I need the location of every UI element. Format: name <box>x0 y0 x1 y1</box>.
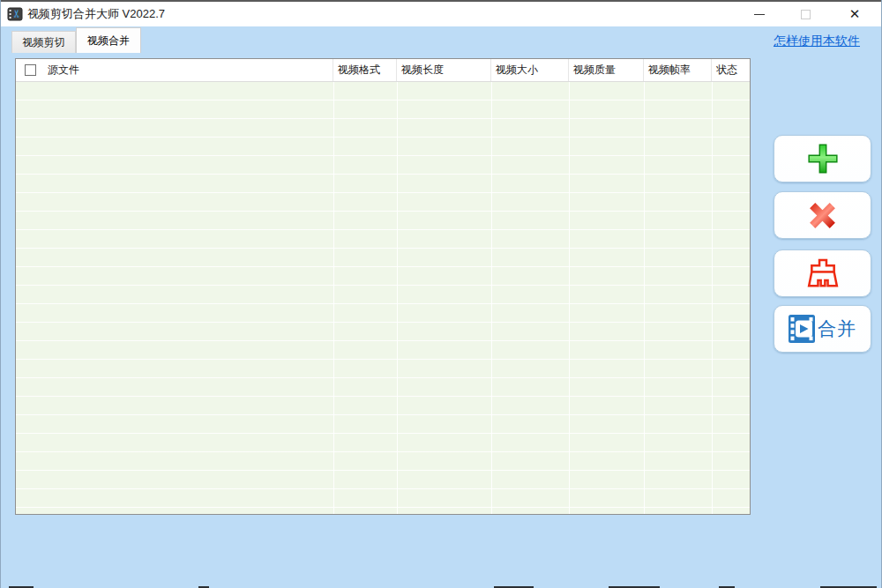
header-cell-quality[interactable]: 视频质量 <box>569 59 644 81</box>
header-cell-length[interactable]: 视频长度 <box>397 59 491 81</box>
maximize-button[interactable] <box>790 2 820 26</box>
select-all-checkbox[interactable] <box>25 64 36 76</box>
merge-button[interactable]: 合并 <box>774 305 871 353</box>
merge-button-label: 合并 <box>818 316 856 341</box>
app-icon: ✂ <box>7 6 23 22</box>
header-cell-size[interactable]: 视频大小 <box>491 59 569 81</box>
header-cell-format[interactable]: 视频格式 <box>333 59 397 81</box>
table-body <box>16 82 750 514</box>
tab-video-merge[interactable]: 视频合并 <box>76 27 141 53</box>
column-separator <box>569 82 570 514</box>
minimize-icon <box>754 14 765 15</box>
column-separator <box>491 82 492 514</box>
svg-text:✂: ✂ <box>11 9 23 18</box>
x-icon <box>806 199 839 232</box>
close-button[interactable]: ✕ <box>840 2 870 26</box>
app-window: ✂ 视频剪切合并大师 V2022.7 ✕ 视频剪切 视频合并 怎样使用本软件 源… <box>0 0 882 588</box>
window-title: 视频剪切合并大师 V2022.7 <box>27 2 165 26</box>
column-separator <box>333 82 334 514</box>
column-separator <box>712 82 713 514</box>
header-cell-framerate[interactable]: 视频帧率 <box>644 59 712 81</box>
filmstrip-play-icon <box>789 315 815 343</box>
tab-video-cut[interactable]: 视频剪切 <box>11 31 76 53</box>
column-separator <box>397 82 398 514</box>
header-cell-status[interactable]: 状态 <box>712 59 750 81</box>
file-table: 源文件 视频格式 视频长度 视频大小 视频质量 视频帧率 状态 <box>15 58 751 515</box>
window-left-border <box>0 0 1 588</box>
plus-icon <box>806 142 840 175</box>
header-cell-source[interactable]: 源文件 <box>16 59 333 81</box>
maximize-icon <box>801 10 811 19</box>
add-files-button[interactable] <box>774 135 871 182</box>
clear-list-button[interactable] <box>774 249 871 297</box>
column-separator <box>644 82 645 514</box>
minimize-button[interactable] <box>744 2 774 26</box>
window-top-border <box>0 0 882 2</box>
broom-icon <box>806 257 840 289</box>
remove-files-button[interactable] <box>774 191 871 239</box>
close-icon: ✕ <box>849 2 861 26</box>
table-header: 源文件 视频格式 视频长度 视频大小 视频质量 视频帧率 状态 <box>16 59 750 82</box>
help-link[interactable]: 怎样使用本软件 <box>774 33 860 49</box>
titlebar: ✂ 视频剪切合并大师 V2022.7 ✕ <box>0 2 882 26</box>
header-label-source: 源文件 <box>48 59 79 81</box>
